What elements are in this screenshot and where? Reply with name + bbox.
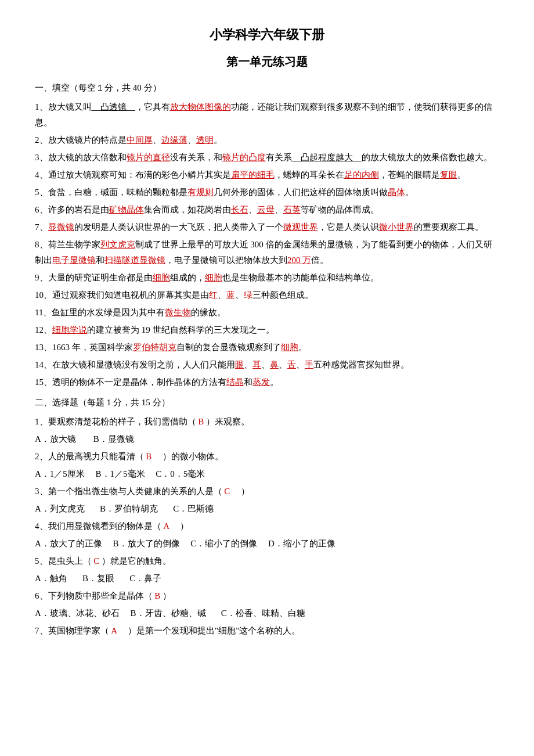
question-7: 7、显微镜的发明是人类认识世界的一大飞跃，把人类带入了一个微观世界，它是人类认识… <box>35 219 499 235</box>
section-title: 第一单元练习题 <box>35 51 499 72</box>
question-1: 1、放大镜又叫__凸透镜__，它具有放大物体图像的功能，还能让我们观察到很多观察… <box>35 99 499 131</box>
question-6: 6、许多的岩石是由矿物晶体集合而成，如花岗岩由长石、云母、石英等矿物的晶体而成。 <box>35 202 499 218</box>
q2-1-options: A．放大镜 B．显微镜 <box>35 431 499 447</box>
question-5: 5、食盐，白糖，碱面，味精的颗粒都是有规则几何外形的固体，人们把这样的固体物质叫… <box>35 185 499 200</box>
question-10: 10、通过观察我们知道电视机的屏幕其实是由红、蓝、绿三种颜色组成。 <box>35 287 499 303</box>
question-15: 15、透明的物体不一定是晶体，制作晶体的方法有结晶和蒸发。 <box>35 375 499 390</box>
section-one-header: 一、填空（每空１分，共 40 分） <box>35 80 499 96</box>
q2-3: 3、第一个指出微生物与人类健康的关系的人是（ C ） <box>35 484 499 499</box>
q2-4: 4、我们用显微镜看到的物体是（ A ） <box>35 519 499 534</box>
question-2: 2、放大镜镜片的特点是中间厚、边缘薄、透明。 <box>35 132 499 148</box>
section-two-header: 二、选择题（每题 1 分，共 15 分） <box>35 395 499 411</box>
question-8: 8、荷兰生物学家列文虎克制成了世界上最早的可放大近 300 倍的金属结果的显微镜… <box>35 237 499 268</box>
question-3: 3、放大镜的放大倍数和镜片的直径没有关系，和镜片的凸度有关系__凸起程度越大__… <box>35 150 499 165</box>
question-4: 4、通过放大镜观察可知：布满的彩色小鳞片其实是扁平的细毛，蟋蟀的耳朵长在足的内侧… <box>35 167 499 183</box>
question-13: 13、1663 年，英国科学家罗伯特胡克自制的复合显微镜观察到了细胞。 <box>35 340 499 355</box>
q2-3-options: A．列文虎克 B．罗伯特胡克 C．巴斯德 <box>35 501 499 517</box>
q2-6-options: A．玻璃、冰花、砂石 B．牙齿、砂糖、碱 C．松香、味精、白糖 <box>35 606 499 621</box>
q2-6: 6、下列物质中那些全是晶体（ B ） <box>35 588 499 604</box>
q2-2: 2、人的最高视力只能看清（ B ）的微小物体。 <box>35 449 499 465</box>
question-14: 14、在放大镜和显微镜没有发明之前，人人们只能用眼、耳、鼻、舌、手五种感觉器官探… <box>35 357 499 373</box>
q2-1: 1、要观察清楚花粉的样子，我们需借助（ B ）来观察。 <box>35 414 499 430</box>
q2-2-options: A．1／5厘米 B．1／5毫米 C．0．5毫米 <box>35 466 499 482</box>
question-9: 9、大量的研究证明生命都是由细胞组成的，细胞也是生物最基本的功能单位和结构单位。 <box>35 270 499 286</box>
q2-5-options: A．触角 B．复眼 C．鼻子 <box>35 571 499 586</box>
question-11: 11、鱼缸里的水发绿是因为其中有微生物的缘故。 <box>35 305 499 321</box>
question-12: 12、细胞学说的建立被誉为 19 世纪自然科学的三大发现之一。 <box>35 322 499 338</box>
q2-5: 5、昆虫头上（ C ）就是它的触角。 <box>35 553 499 569</box>
q2-4-options: A．放大了的正像 B．放大了的倒像 C．缩小了的倒像 D．缩小了的正像 <box>35 536 499 552</box>
page-title: 小学科学六年级下册 <box>35 23 499 46</box>
q2-7: 7、英国物理学家（ A ）是第一个发现和提出"细胞"这个名称的人。 <box>35 623 499 639</box>
